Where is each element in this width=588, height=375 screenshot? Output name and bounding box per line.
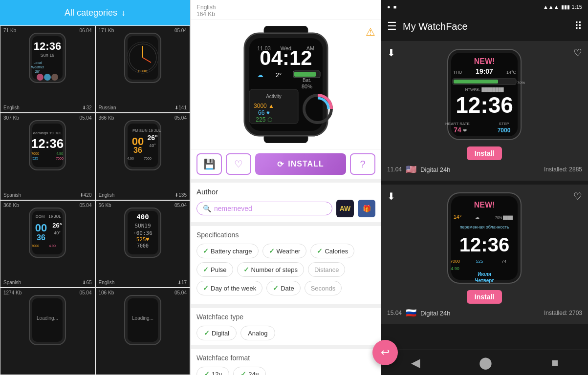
list-item[interactable]: 171 Kb 05.04 8000 Russian ⬇141 xyxy=(95,25,191,113)
mid-actions: 💾 ♡ ⟳ INSTALL ? xyxy=(191,149,381,179)
fab-back-button[interactable]: ↩ xyxy=(372,340,398,365)
list-item[interactable]: 71 Kb 06.04 12:36 Sun 19 Local Weather 2… xyxy=(0,25,95,113)
svg-text:26°: 26° xyxy=(35,70,41,73)
card-install-button[interactable]: Install xyxy=(467,146,502,160)
install-button[interactable]: ⟳ INSTALL xyxy=(255,153,346,175)
list-item[interactable]: 106 Kb 05.04 Loading... xyxy=(95,288,191,375)
donate-button[interactable]: 🎁 xyxy=(358,200,375,217)
author-section: Author 🔍 nemerneved AW 🎁 xyxy=(191,179,381,222)
watchface-format-label: Watchface format xyxy=(196,354,375,362)
svg-text:225 ⬡: 225 ⬡ xyxy=(256,116,272,123)
format-label: 12ч xyxy=(212,371,222,375)
apps-icon[interactable]: ⠿ xyxy=(574,20,582,33)
list-item[interactable]: 1274 Kb 05.04 Loading... xyxy=(0,288,95,375)
watch-thumb: 12:36 Sun 19 Local Weather 26° xyxy=(0,26,95,89)
svg-text:PM: PM xyxy=(132,128,138,133)
card-preview: NEW! THU 19:07 14°C 70% NTWRK: ████████ … xyxy=(401,47,567,160)
svg-text:Local: Local xyxy=(34,61,42,64)
svg-text:26°: 26° xyxy=(52,222,62,229)
svg-text:NEW!: NEW! xyxy=(474,57,495,65)
aw-button[interactable]: AW xyxy=(336,200,354,217)
item-date: 05.04 xyxy=(79,290,91,295)
mid-size: 164 Kb xyxy=(196,11,215,18)
spec-chips-3: ✓ Day of the week ✓ Date Seconds xyxy=(196,281,375,295)
spec-calories: ✓ Calories xyxy=(310,244,354,258)
author-search-box[interactable]: 🔍 nemerneved xyxy=(196,202,332,215)
item-date: 05.04 xyxy=(174,203,187,208)
left-panel: All categories ↓ 71 Kb 06.04 12:36 Sun 1… xyxy=(0,0,191,375)
battery-icon: ▮▮▮ xyxy=(561,4,570,10)
mid-watch-preview-svg: 04:12 11.03 Wed AM ☁ 2° Bat. 80% Activit… xyxy=(235,26,337,143)
svg-text:·00:36: ·00:36 xyxy=(133,230,152,236)
svg-point-8 xyxy=(44,74,51,81)
spec-dow: ✓ Day of the week xyxy=(196,281,262,295)
item-footer: English ⬇32 xyxy=(0,105,95,110)
search-icon: 🔍 xyxy=(203,205,211,212)
item-info: 366 Kb 05.04 xyxy=(96,115,190,121)
item-size: 1274 Kb xyxy=(3,290,22,295)
menu-nav-button[interactable]: ■ xyxy=(551,356,559,370)
watchface-type-label: Watchface type xyxy=(196,313,375,321)
svg-text:Четверг: Четверг xyxy=(475,278,494,283)
item-info: 171 Kb 05.04 xyxy=(96,28,190,33)
item-lang: Spanish xyxy=(3,192,21,198)
menu-icon[interactable]: ☰ xyxy=(387,20,397,33)
item-info: 71 Kb 06.04 xyxy=(0,28,95,33)
svg-text:2°: 2° xyxy=(276,71,282,79)
svg-text:7000: 7000 xyxy=(144,157,152,160)
item-footer: English ⬇135 xyxy=(96,192,190,198)
warning-icon: ⚠ xyxy=(366,26,375,39)
watch-face-svg: 400 SUN19 ·00:36 525♥ 7000 xyxy=(121,207,165,258)
watch-thumb: PM SUN 19 JUL 00 26° 40° 36 4.90 7000 xyxy=(96,113,190,177)
svg-text:74: 74 xyxy=(454,126,461,134)
svg-text:4.90: 4.90 xyxy=(56,152,63,155)
svg-text:525♥: 525♥ xyxy=(136,236,150,243)
save-button[interactable]: 💾 xyxy=(196,153,222,175)
spec-chips: ✓ Battery charge ✓ Weather ✓ Calories xyxy=(196,244,375,258)
watch-card-top: ⬇ NEW! THU 19:07 14°C 70% NTW xyxy=(387,47,582,160)
download-button[interactable]: ⬇ xyxy=(387,47,395,59)
svg-text:Июля: Июля xyxy=(478,271,491,277)
help-button[interactable]: ? xyxy=(350,153,375,175)
svg-point-7 xyxy=(37,74,44,81)
item-footer: Spanish ⬇420 xyxy=(0,192,95,198)
format-24h: ✓ 24ч xyxy=(233,367,266,375)
left-header[interactable]: All categories ↓ xyxy=(0,0,190,25)
list-item[interactable]: 368 Kb 05.04 DOM 19 JUL 00 26° 40° 36 70… xyxy=(0,200,95,288)
bottom-navigation: ◀ ⬤ ■ xyxy=(381,350,588,375)
card-actions-left: ⬇ xyxy=(387,47,395,59)
card-install-button[interactable]: Install xyxy=(467,290,502,304)
list-item[interactable]: 366 Kb 05.04 PM SUN 19 JUL 00 26° 40° 36… xyxy=(95,113,191,200)
back-nav-button[interactable]: ◀ xyxy=(411,356,420,370)
svg-text:14°: 14° xyxy=(454,214,462,220)
item-footer: Spanish ⬇65 xyxy=(0,280,95,285)
download-button[interactable]: ⬇ xyxy=(387,190,395,202)
mid-panel: English 164 Kb ⚠ 04:12 11.03 Wed AM ☁ 2° xyxy=(191,0,381,375)
card-actions-right: ♡ xyxy=(573,47,582,59)
favorite-button[interactable]: ♡ xyxy=(573,190,582,202)
svg-text:74: 74 xyxy=(501,259,506,264)
watch-thumb: 400 SUN19 ·00:36 525♥ 7000 xyxy=(96,201,190,264)
check-icon: ✓ xyxy=(269,247,275,255)
svg-text:40°: 40° xyxy=(149,143,156,148)
spec-label: Number of steps xyxy=(251,266,298,273)
status-square: ■ xyxy=(393,4,397,10)
list-item[interactable]: 56 Kb 05.04 400 SUN19 ·00:36 525♥ 7000 E… xyxy=(95,200,191,288)
install-label: INSTALL xyxy=(288,160,324,168)
item-lang: Spanish xyxy=(3,280,21,285)
favorite-button[interactable]: ♡ xyxy=(573,47,582,59)
svg-text:8000: 8000 xyxy=(138,69,147,73)
list-item[interactable]: 307 Kb 05.04 aamingo 19 JUL 12:36 7000 5… xyxy=(0,113,95,200)
home-nav-button[interactable]: ⬤ xyxy=(479,356,492,370)
mid-watch-preview: ⚠ 04:12 11.03 Wed AM ☁ 2° Bat. 80% xyxy=(191,20,381,149)
svg-text:☁: ☁ xyxy=(475,215,479,220)
svg-text:Loading...: Loading... xyxy=(37,315,58,321)
item-size: 171 Kb xyxy=(99,28,114,33)
favorite-button[interactable]: ♡ xyxy=(226,153,251,175)
svg-text:12:36: 12:36 xyxy=(34,40,61,52)
spec-label: Battery charge xyxy=(211,248,252,255)
svg-text:Activity: Activity xyxy=(266,94,282,99)
svg-point-9 xyxy=(51,74,58,81)
item-date: 05.04 xyxy=(79,115,91,121)
watch-thumb: DOM 19 JUL 00 26° 40° 36 7000 4.90 xyxy=(0,201,95,264)
